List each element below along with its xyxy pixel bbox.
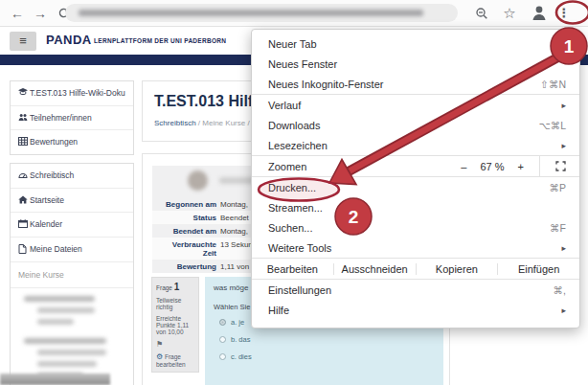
home-icon — [18, 195, 30, 204]
blurred-course-entry — [37, 350, 106, 355]
menu-item-label: Lesezeichen — [268, 140, 561, 151]
file-icon — [18, 244, 30, 254]
blurred-course-entry — [24, 338, 106, 344]
answer-option-label: a. je — [231, 318, 244, 327]
breadcrumb-item-courses[interactable]: Meine Kurse — [202, 119, 245, 127]
row-value: Montag, — [220, 197, 248, 211]
radio-selected-icon[interactable] — [219, 319, 226, 326]
row-label: Bewertung — [159, 260, 216, 273]
menu-item-new-tab[interactable]: Neuer Tab — [252, 34, 579, 54]
menu-item-help[interactable]: Hilfe▸ — [252, 300, 579, 320]
menu-item-label: Hilfe — [268, 305, 561, 316]
bookmark-star-icon[interactable]: ☆ — [500, 4, 519, 23]
menu-item-label: Einstellungen — [268, 284, 554, 296]
fullscreen-icon[interactable] — [539, 156, 566, 176]
sidebar-item-label: Bewertungen — [30, 137, 78, 147]
zoom-level-value: 67 % — [480, 161, 504, 172]
dashboard-gauge-icon — [18, 170, 30, 179]
menu-item-label: Neues Fenster — [268, 58, 566, 70]
menu-item-label: Neuer Tab — [268, 38, 566, 50]
row-label: Beendet am — [159, 224, 216, 238]
blurred-course-entry — [37, 361, 97, 367]
menu-item-label: Neues Inkognito-Fenster — [268, 79, 540, 90]
sidebar-item-my-files[interactable]: Meine Dateien — [11, 238, 133, 262]
sidebar-item-label: Kalender — [30, 219, 62, 230]
menu-item-downloads[interactable]: Downloads⌥⌘L — [252, 115, 579, 135]
menu-item-print[interactable]: Drucken...⌘P — [252, 177, 579, 197]
calendar-icon — [18, 219, 30, 228]
edit-question-link[interactable]: ⚙ Frage bearbeiten — [156, 352, 194, 368]
menu-item-label: Drucken... — [268, 182, 549, 193]
zoom-out-icon[interactable] — [472, 6, 491, 25]
paste-button[interactable]: Einfügen — [498, 263, 579, 275]
blurred-footer-band — [0, 374, 110, 385]
copy-button[interactable]: Kopieren — [417, 263, 499, 275]
answer-option-label: b. das — [231, 335, 250, 344]
menu-shortcut: ⌘F — [550, 222, 566, 234]
menu-item-new-window[interactable]: Neues Fenster — [252, 54, 579, 74]
sidebar-item-dashboard[interactable]: Schreibtisch — [11, 164, 133, 189]
breadcrumb-separator: / — [247, 119, 249, 127]
sidebar-item-label: Meine Dateien — [30, 244, 82, 255]
radio-icon[interactable] — [219, 336, 226, 343]
sidebar-item-course[interactable]: T.EST.013 Hilfe-Wiki-Doku — [11, 81, 133, 106]
blurred-avatar — [188, 170, 208, 191]
hamburger-menu-icon[interactable]: ≡ — [10, 32, 36, 51]
sidebar-item-home[interactable]: Startseite — [11, 189, 133, 214]
menu-item-new-incognito[interactable]: Neues Inkognito-Fenster⇧⌘N — [252, 74, 579, 94]
flag-icon[interactable]: ⚑ — [156, 340, 194, 349]
menu-shortcut: ⇧⌘N — [540, 79, 566, 90]
browser-menu-dots-icon[interactable]: ⋮ — [554, 4, 574, 23]
menu-item-label: Downloads — [268, 120, 539, 131]
blurred-course-list — [11, 288, 133, 385]
sidebar-item-label: T.EST.013 Hilfe-Wiki-Doku — [30, 88, 125, 99]
browser-toolbar: ← → ☆ ⋮ — [0, 0, 588, 27]
radio-icon[interactable] — [219, 353, 226, 360]
graduation-cap-icon — [18, 88, 30, 97]
row-label: Status — [159, 211, 216, 224]
menu-item-label: Streamen... — [268, 202, 566, 214]
answer-option[interactable]: c. dies — [214, 352, 435, 361]
question-info-box: Frage 1 Teilweise richtig Erreichte Punk… — [151, 277, 199, 373]
menu-item-find[interactable]: Suchen...⌘F — [252, 217, 579, 238]
answer-option[interactable]: b. das — [214, 335, 435, 344]
sidebar-item-grades[interactable]: Bewertungen — [11, 130, 133, 154]
brand-logo[interactable]: PANDA — [46, 33, 92, 47]
submenu-arrow-icon: ▸ — [561, 243, 566, 253]
row-value: Montag, — [220, 224, 248, 238]
course-nav-card: T.EST.013 Hilfe-Wiki-Doku Teilnehmer/inn… — [10, 80, 134, 155]
menu-item-label: Suchen... — [268, 222, 550, 234]
cut-button[interactable]: Ausschneiden — [334, 263, 417, 275]
brand-subtitle: LERNPLATTFORM DER UNI PADERBORN — [94, 37, 226, 44]
submenu-arrow-icon: ▸ — [561, 141, 566, 150]
breadcrumb-link-dashboard[interactable]: Schreibtisch — [154, 119, 196, 127]
menu-shortcut: ⌥⌘L — [539, 120, 566, 131]
address-bar[interactable] — [65, 4, 458, 22]
global-nav-card: Schreibtisch Startseite Kalender Meine D… — [10, 163, 134, 385]
blurred-course-entry — [24, 296, 95, 302]
sidebar-item-label: Schreibtisch — [30, 170, 74, 181]
profile-avatar-icon[interactable] — [530, 3, 549, 22]
back-icon[interactable]: ← — [8, 4, 27, 23]
forward-icon[interactable]: → — [31, 4, 50, 23]
menu-edit-row: Bearbeiten Ausschneiden Kopieren Einfüge… — [252, 259, 579, 279]
sidebar-item-participants[interactable]: Teilnehmer/innen — [11, 106, 133, 131]
zoom-in-button[interactable]: + — [518, 161, 524, 172]
row-value: 1,11 von — [220, 260, 249, 273]
menu-item-more-tools[interactable]: Weitere Tools▸ — [252, 238, 579, 258]
question-state: Teilweise richtig — [156, 297, 194, 310]
question-number-label: Frage — [156, 284, 172, 291]
menu-item-cast[interactable]: Streamen... — [252, 197, 579, 217]
submenu-arrow-icon: ▸ — [561, 306, 566, 315]
menu-item-label: Zoomen — [268, 161, 461, 172]
blurred-url — [79, 10, 423, 16]
menu-item-bookmarks[interactable]: Lesezeichen▸ — [252, 135, 579, 155]
submenu-arrow-icon: ▸ — [561, 101, 566, 110]
zoom-out-button[interactable]: – — [461, 161, 466, 172]
menu-item-history[interactable]: Verlauf▸ — [252, 95, 579, 115]
sidebar-item-calendar[interactable]: Kalender — [11, 213, 133, 238]
gear-icon: ⚙ — [156, 352, 163, 361]
menu-item-settings[interactable]: Einstellungen⌘, — [252, 280, 579, 300]
screenshot-root: ← → ☆ ⋮ ≡ PANDA LERNPLATTFORM DER UNI PA… — [0, 0, 588, 385]
breadcrumb-separator: / — [198, 119, 200, 127]
